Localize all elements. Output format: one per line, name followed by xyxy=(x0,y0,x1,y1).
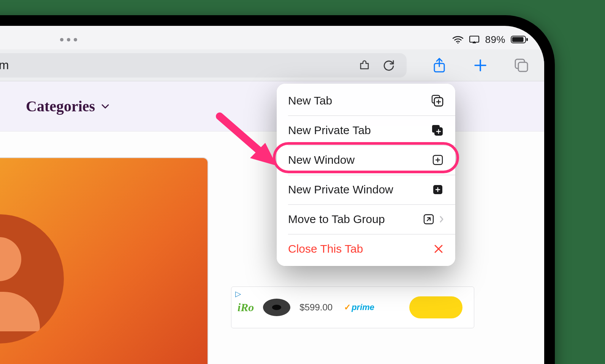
svg-rect-4 xyxy=(526,38,528,41)
prime-badge: prime xyxy=(344,302,374,312)
ad-cta-button[interactable] xyxy=(409,296,462,318)
menu-item-label: New Window xyxy=(288,154,355,166)
reload-icon[interactable] xyxy=(381,57,398,74)
categories-dropdown[interactable]: Categories xyxy=(26,97,109,115)
menu-item-label: New Private Window xyxy=(288,183,393,196)
menu-item-move-to-tab-group[interactable]: Move to Tab Group xyxy=(277,204,455,234)
hero-image xyxy=(0,157,208,364)
address-bar[interactable]: macreports.com xyxy=(0,53,407,78)
extensions-icon[interactable] xyxy=(356,57,373,74)
share-button[interactable] xyxy=(431,57,448,74)
device-screen: 89% macreports.co xyxy=(0,26,544,364)
safari-toolbar: macreports.com xyxy=(0,49,544,81)
menu-item-new-private-window[interactable]: New Private Window xyxy=(277,175,455,204)
battery-percentage: 89% xyxy=(485,34,505,46)
menu-item-label: New Private Tab xyxy=(288,124,371,137)
close-icon xyxy=(433,244,444,254)
menu-item-new-window[interactable]: New Window xyxy=(277,145,455,175)
tab-context-menu: New Tab New Private Tab xyxy=(277,84,455,266)
chevron-down-icon xyxy=(101,104,109,109)
device-frame: 89% macreports.co xyxy=(0,15,555,364)
new-tab-button[interactable] xyxy=(472,57,489,74)
new-private-tab-icon xyxy=(431,124,444,137)
move-to-group-icon xyxy=(423,213,435,225)
new-window-icon xyxy=(432,154,444,166)
svg-rect-8 xyxy=(518,62,527,71)
menu-item-label: Move to Tab Group xyxy=(288,213,385,226)
ad-brand: iRo xyxy=(238,301,254,314)
battery-icon xyxy=(511,35,528,44)
menu-item-label: New Tab xyxy=(288,94,332,107)
menu-item-close-this-tab[interactable]: Close This Tab xyxy=(277,234,455,264)
new-tab-icon xyxy=(431,94,444,107)
wifi-icon xyxy=(452,35,464,44)
menu-item-new-tab[interactable]: New Tab xyxy=(277,86,455,116)
svg-rect-3 xyxy=(512,37,524,42)
avatar-placeholder-icon xyxy=(0,214,64,343)
screen-mirroring-icon xyxy=(469,35,480,44)
chevron-right-icon xyxy=(439,215,444,223)
categories-bar: Categories xyxy=(0,81,544,131)
svg-point-0 xyxy=(458,42,459,43)
tabs-overview-button[interactable] xyxy=(513,57,530,74)
adchoices-icon[interactable]: ▷ xyxy=(235,289,241,298)
ad-price: $599.00 xyxy=(299,302,333,313)
address-url: macreports.com xyxy=(0,58,349,72)
menu-item-label: Close This Tab xyxy=(288,242,363,255)
ad-banner[interactable]: ▷ iRo $599.00 prime xyxy=(231,286,474,328)
new-private-window-icon xyxy=(432,184,444,196)
ad-product-image xyxy=(263,299,290,316)
page-content: Categories ▷ iRo $599.00 prime xyxy=(0,81,544,364)
menu-item-new-private-tab[interactable]: New Private Tab xyxy=(277,116,455,145)
multitask-dots[interactable] xyxy=(60,38,77,41)
status-bar: 89% xyxy=(0,30,544,49)
categories-label: Categories xyxy=(26,97,95,115)
